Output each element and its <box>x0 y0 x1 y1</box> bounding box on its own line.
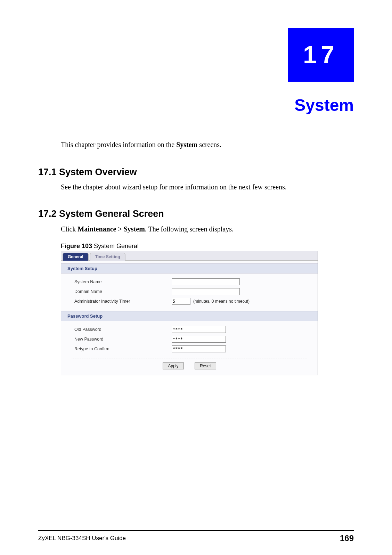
s2-sep: > <box>116 225 123 233</box>
intro-bold: System <box>176 141 197 148</box>
chapter-number-box: 17 <box>288 28 354 82</box>
admin-timer-label: Administrator Inactivity Timer <box>74 299 172 304</box>
s2-pre: Click <box>61 225 77 233</box>
admin-timer-hint: (minutes, 0 means no timeout) <box>193 299 250 304</box>
intro-paragraph: This chapter provides information on the… <box>61 141 354 149</box>
footer-rule <box>38 530 354 531</box>
section-17-1-body: See the chapter about wizard setup for m… <box>61 183 354 191</box>
password-setup-form: Old Password New Password Retype to Conf… <box>61 321 318 356</box>
old-password-input[interactable] <box>172 326 226 333</box>
system-general-screenshot: General Time Setting System Setup System… <box>61 251 318 375</box>
chapter-title: System <box>294 96 354 115</box>
retype-password-input[interactable] <box>172 345 226 352</box>
row-new-password: New Password <box>74 334 311 344</box>
figure-title: System General <box>92 243 139 250</box>
system-setup-form: System Name Domain Name Administrator In… <box>61 274 318 308</box>
new-password-label: New Password <box>74 337 172 342</box>
footer-guide-name: ZyXEL NBG-334SH User's Guide <box>38 535 126 542</box>
row-retype-password: Retype to Confirm <box>74 344 311 354</box>
apply-button[interactable]: Apply <box>163 362 183 369</box>
button-row: Apply Reset <box>72 359 307 375</box>
domain-name-input[interactable] <box>172 288 240 295</box>
footer-page-number: 169 <box>340 533 354 543</box>
tab-bar: General Time Setting <box>61 251 318 261</box>
row-domain-name: Domain Name <box>74 287 311 296</box>
s2-b1: Maintenance <box>77 225 116 233</box>
row-system-name: System Name <box>74 277 311 287</box>
intro-prefix: This chapter provides information on the <box>61 141 176 148</box>
old-password-label: Old Password <box>74 327 172 332</box>
row-admin-timer: Administrator Inactivity Timer (minutes,… <box>74 296 311 306</box>
retype-password-label: Retype to Confirm <box>74 346 172 351</box>
section-17-1-heading: 17.1 System Overview <box>38 167 137 178</box>
section-17-2-body: Click Maintenance > System. The followin… <box>61 225 354 233</box>
password-setup-header: Password Setup <box>61 311 318 321</box>
system-name-input[interactable] <box>172 278 240 285</box>
section-17-2-heading: 17.2 System General Screen <box>38 209 164 219</box>
figure-caption: Figure 103 System General <box>61 243 139 250</box>
admin-timer-input[interactable] <box>172 298 190 305</box>
new-password-input[interactable] <box>172 336 226 343</box>
domain-name-label: Domain Name <box>74 289 172 294</box>
intro-suffix: screens. <box>197 141 221 148</box>
system-name-label: System Name <box>74 279 172 284</box>
s2-post: . The following screen displays. <box>145 225 234 233</box>
row-old-password: Old Password <box>74 325 311 334</box>
figure-number: Figure 103 <box>61 243 92 250</box>
tab-general[interactable]: General <box>63 253 89 261</box>
system-setup-header: System Setup <box>61 263 318 274</box>
reset-button[interactable]: Reset <box>195 362 216 369</box>
chapter-number: 17 <box>303 41 338 69</box>
tab-time-setting[interactable]: Time Setting <box>90 253 125 261</box>
s2-b2: System <box>124 225 145 233</box>
